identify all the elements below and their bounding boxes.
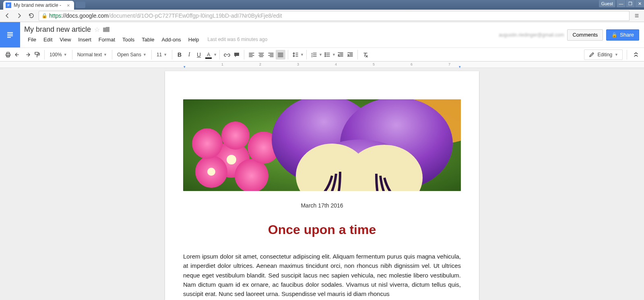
align-right-icon[interactable]	[266, 50, 276, 60]
star-icon[interactable]: ☆	[94, 26, 100, 33]
menu-table[interactable]: Table	[138, 37, 158, 43]
paint-format-icon[interactable]	[32, 50, 42, 60]
document-heading[interactable]: Once upon a time	[183, 222, 461, 237]
document-page[interactable]: March 17th 2016 Once upon a time Lorem i…	[165, 71, 479, 300]
lock-icon: 🔒	[41, 13, 47, 18]
indent-marker-right[interactable]: ▾	[459, 65, 461, 69]
insert-link-icon[interactable]	[222, 50, 232, 60]
ruler-mark: 4	[335, 62, 337, 66]
svg-point-7	[325, 54, 326, 55]
menu-view[interactable]: View	[56, 37, 74, 43]
align-left-icon[interactable]	[247, 50, 256, 60]
menu-insert[interactable]: Insert	[74, 37, 95, 43]
style-dropdown[interactable]: Normal text▼	[75, 50, 109, 60]
menu-addons[interactable]: Add-ons	[158, 37, 184, 43]
italic-button[interactable]: I	[184, 50, 194, 60]
browser-navbar: 🔒 https://docs.google.com/document/d/1OO…	[0, 10, 644, 22]
ruler-mark: 5	[373, 62, 375, 66]
text-color-caret[interactable]: ▼	[213, 53, 217, 57]
editing-mode-dropdown[interactable]: Editing ▼	[584, 49, 623, 60]
ruler-mark: 3	[297, 62, 299, 66]
svg-point-6	[325, 53, 326, 53]
bulleted-list-icon[interactable]	[322, 50, 332, 60]
docs-favicon	[6, 2, 11, 8]
svg-rect-4	[7, 55, 9, 57]
svg-rect-5	[35, 52, 38, 54]
clear-formatting-icon[interactable]	[360, 50, 370, 60]
browser-menu-icon[interactable]: ≡	[632, 12, 642, 20]
window-maximize[interactable]: ❐	[626, 0, 635, 7]
align-center-icon[interactable]	[256, 50, 266, 60]
comments-button[interactable]: Comments	[567, 29, 603, 41]
window-close[interactable]: ✕	[635, 0, 644, 7]
redo-icon[interactable]	[23, 50, 32, 60]
underline-button[interactable]: U	[194, 50, 204, 60]
url-domain: ://docs.google.com	[61, 12, 109, 19]
print-icon[interactable]	[3, 50, 13, 60]
new-tab-button[interactable]	[76, 2, 85, 8]
document-canvas[interactable]: March 17th 2016 Once upon a time Lorem i…	[0, 68, 644, 300]
nav-reload-icon[interactable]	[27, 11, 36, 21]
nav-back-icon[interactable]	[2, 11, 12, 21]
url-scheme: https	[49, 12, 61, 19]
tab-title: My brand new article -	[14, 2, 61, 8]
text-color-button[interactable]: A	[204, 50, 213, 60]
ruler-mark: 7	[448, 62, 450, 66]
ruler-mark: 2	[259, 62, 261, 66]
ruler-mark: 6	[411, 62, 413, 66]
insert-comment-icon[interactable]	[232, 50, 242, 60]
font-dropdown[interactable]: Open Sans▼	[115, 50, 149, 60]
tab-close-icon[interactable]: ×	[67, 2, 70, 8]
guest-badge[interactable]: Guest	[599, 0, 615, 7]
font-size-dropdown[interactable]: 11▼	[154, 50, 169, 60]
docs-app: My brand new article ☆ File Edit View In…	[0, 22, 644, 300]
menu-help[interactable]: Help	[185, 37, 203, 43]
svg-point-16	[221, 121, 250, 150]
zoom-dropdown[interactable]: 100%▼	[47, 50, 70, 60]
indent-increase-icon[interactable]	[345, 50, 355, 60]
url-path: /document/d/1OO-pC727TFEw0ffgp-l0ingL19b…	[109, 12, 282, 19]
ruler-mark: 1	[221, 62, 223, 66]
toolbar: 100%▼ Normal text▼ Open Sans▼ 11▼ B I U …	[0, 47, 644, 62]
docs-logo[interactable]	[0, 22, 20, 47]
svg-point-8	[325, 56, 326, 57]
menu-format[interactable]: Format	[95, 37, 119, 43]
svg-rect-1	[5, 30, 15, 40]
user-email[interactable]: augustin.riedinger@gmail.com	[499, 32, 564, 38]
svg-point-18	[207, 168, 215, 176]
document-image[interactable]	[183, 99, 461, 191]
url-bar[interactable]: 🔒 https://docs.google.com/document/d/1OO…	[39, 11, 630, 21]
menu-tools[interactable]: Tools	[119, 37, 138, 43]
browser-tab[interactable]: My brand new article - ×	[3, 1, 74, 10]
docs-header: My brand new article ☆ File Edit View In…	[0, 22, 644, 47]
document-date[interactable]: March 17th 2016	[183, 202, 461, 209]
svg-point-14	[192, 128, 223, 159]
window-minimize[interactable]: —	[617, 0, 625, 7]
line-spacing-caret[interactable]: ▼	[300, 53, 304, 57]
os-titlebar: My brand new article - × Guest — ❐ ✕	[0, 0, 644, 10]
indent-marker-left[interactable]: ▾	[184, 65, 186, 69]
collapse-toolbar-icon[interactable]	[631, 50, 641, 60]
document-title[interactable]: My brand new article	[24, 25, 91, 34]
menu-bar: File Edit View Insert Format Tools Table…	[24, 35, 495, 44]
undo-icon[interactable]	[13, 50, 23, 60]
nav-forward-icon	[14, 11, 24, 21]
svg-point-17	[227, 155, 236, 164]
align-justify-icon[interactable]	[276, 50, 285, 60]
numbered-list-icon[interactable]	[309, 50, 319, 60]
bold-button[interactable]: B	[175, 50, 184, 60]
svg-rect-3	[7, 52, 9, 54]
pencil-icon	[588, 51, 595, 58]
share-button[interactable]: 🔒Share	[606, 29, 639, 41]
move-folder-icon[interactable]	[103, 27, 109, 32]
menu-edit[interactable]: Edit	[40, 37, 56, 43]
ruler[interactable]: ▾ 1 2 3 4 5 6 7 ▾	[0, 62, 644, 68]
line-spacing-icon[interactable]	[291, 50, 300, 60]
menu-file[interactable]: File	[24, 37, 40, 43]
last-edit-label: Last edit was 6 minutes ago	[208, 37, 268, 42]
numbered-list-caret[interactable]: ▼	[319, 53, 322, 57]
indent-decrease-icon[interactable]	[336, 50, 345, 60]
bulleted-list-caret[interactable]: ▼	[332, 53, 336, 57]
lock-icon: 🔒	[611, 32, 617, 38]
document-paragraph[interactable]: Lorem ipsum dolor sit amet, consectetur …	[183, 252, 461, 298]
